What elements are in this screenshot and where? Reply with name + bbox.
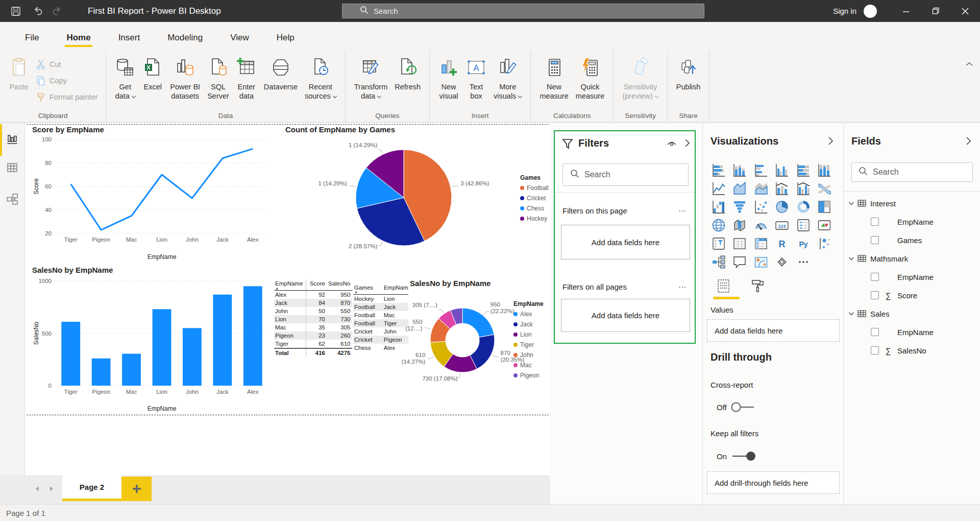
stacked-area-chart-icon[interactable]	[750, 179, 771, 198]
undo-icon[interactable]	[29, 0, 46, 22]
fields-table-interest[interactable]: Interest	[844, 194, 980, 212]
transform-data-button[interactable]: Transformdata	[351, 54, 391, 102]
field-mathsmark-score[interactable]: ∑Score	[844, 286, 980, 304]
data-view-icon[interactable]	[6, 161, 20, 175]
menu-item-modeling[interactable]: Modeling	[154, 33, 216, 51]
enter-data-button[interactable]: Enterdata	[233, 54, 260, 102]
line-chart-visual[interactable]: Score by EmpName20406080100TigerPigeonMa…	[32, 125, 272, 262]
sql-server-button[interactable]: SQLServer	[204, 54, 233, 102]
gauge-icon[interactable]	[750, 216, 771, 234]
keep-all-filters-toggle[interactable]: On	[717, 450, 757, 462]
area-chart-icon[interactable]	[729, 179, 750, 198]
close-button[interactable]	[950, 0, 980, 22]
minimize-button[interactable]	[891, 0, 921, 22]
table-icon[interactable]	[729, 234, 750, 253]
kpi-icon[interactable]	[814, 216, 835, 234]
pbi-datasets-button[interactable]: Power BIdatasets	[166, 54, 204, 102]
sign-in-link[interactable]: Sign in	[833, 7, 856, 15]
get-data-button[interactable]: Getdata	[111, 54, 139, 102]
save-icon[interactable]	[7, 0, 24, 22]
stacked-bar-chart-icon[interactable]	[708, 161, 729, 179]
treemap-icon[interactable]	[814, 198, 835, 216]
redo-icon[interactable]	[49, 0, 66, 22]
filters-page-more-options[interactable]: ...	[678, 204, 687, 213]
donut-chart-icon[interactable]	[793, 198, 814, 216]
games-table-visual[interactable]: Games▼EmpNameHockeyLionFootballJackFootb…	[353, 284, 413, 384]
new-page-button[interactable]	[121, 477, 152, 501]
field-checkbox[interactable]	[871, 218, 879, 226]
tab-fields[interactable]	[716, 278, 733, 294]
fields-search-input[interactable]	[873, 168, 960, 177]
scatter-chart-icon[interactable]	[750, 198, 771, 216]
card-icon[interactable]: 123	[772, 216, 793, 234]
score-table-visual[interactable]: EmpName▲ScoreSalesNoAlex92950Jack84870Jo…	[274, 280, 353, 375]
azure-map-icon[interactable]	[750, 253, 771, 271]
power-apps-visual-icon[interactable]	[772, 253, 793, 271]
hundred-stacked-bar-chart-icon[interactable]	[793, 161, 814, 179]
collapse-visualizations-chevron-icon[interactable]	[827, 136, 834, 148]
field-mathsmark-empname[interactable]: EmpName	[844, 268, 980, 286]
report-canvas[interactable]: Score by EmpName20406080100TigerPigeonMa…	[25, 123, 550, 475]
menu-item-file[interactable]: File	[11, 33, 53, 51]
field-checkbox[interactable]	[871, 291, 879, 299]
filters-search-input[interactable]	[584, 170, 671, 179]
waterfall-chart-icon[interactable]	[708, 198, 729, 216]
cut-button[interactable]: Cut	[33, 56, 101, 73]
clustered-bar-chart-icon[interactable]	[750, 161, 771, 179]
all-pages-filters-drop-zone[interactable]: Add data fields here	[561, 299, 690, 332]
slicer-icon[interactable]	[708, 234, 729, 253]
filled-map-icon[interactable]	[729, 216, 750, 234]
collapse-filters-chevron-icon[interactable]	[683, 138, 691, 150]
bar-chart-visual[interactable]: SalesNo by EmpName05001000TigerPigeonMac…	[32, 266, 272, 415]
refresh-button[interactable]: Refresh	[391, 54, 424, 92]
menu-item-home[interactable]: Home	[53, 33, 104, 51]
fields-table-sales[interactable]: Sales	[844, 304, 980, 323]
new-visual-button[interactable]: Newvisual	[435, 54, 462, 102]
page-filters-drop-zone[interactable]: Add data fields here	[561, 225, 690, 259]
r-script-visual-icon[interactable]: R	[772, 234, 793, 253]
multi-row-card-icon[interactable]	[793, 216, 814, 234]
global-search-box[interactable]	[342, 4, 704, 18]
line-and-clustered-column-chart-icon[interactable]	[793, 179, 814, 198]
model-view-icon[interactable]	[6, 193, 20, 207]
menu-item-insert[interactable]: Insert	[105, 33, 154, 51]
sensitivity-button[interactable]: Sensitivity(preview)	[619, 54, 662, 102]
pie-chart-visual[interactable]: Count of EmpName by Games3 (42.86%)2 (28…	[275, 125, 551, 262]
eye-icon[interactable]	[666, 139, 677, 150]
map-icon[interactable]	[708, 216, 729, 234]
restore-button[interactable]	[921, 0, 950, 22]
paste-button[interactable]: Paste	[5, 54, 33, 92]
menu-item-help[interactable]: Help	[263, 33, 308, 51]
search-input[interactable]	[374, 7, 690, 15]
report-view-icon[interactable]	[6, 133, 20, 147]
copy-button[interactable]: Copy	[33, 73, 101, 89]
field-checkbox[interactable]	[871, 273, 879, 281]
quick-measure-button[interactable]: Quickmeasure	[572, 54, 608, 102]
dataverse-button[interactable]: Dataverse	[260, 54, 301, 92]
previous-page-arrow-icon[interactable]	[32, 481, 43, 496]
field-interest-games[interactable]: Games	[844, 231, 980, 249]
tab-format[interactable]	[750, 278, 767, 294]
menu-item-view[interactable]: View	[216, 33, 263, 51]
field-checkbox[interactable]	[871, 236, 879, 244]
hundred-stacked-column-chart-icon[interactable]	[814, 161, 835, 179]
collapse-ribbon-icon[interactable]	[965, 60, 976, 69]
format-painter-button[interactable]: Format painter	[33, 89, 101, 105]
field-sales-salesno[interactable]: ∑SalesNo	[844, 341, 980, 360]
clustered-column-chart-icon[interactable]	[772, 161, 793, 179]
more-visuals-ellipsis-icon[interactable]	[793, 253, 814, 271]
python-visual-icon[interactable]: Py	[793, 234, 814, 253]
donut-chart-visual[interactable]: SalesNo by EmpName950(22.22%)870(20.35%)…	[408, 279, 550, 392]
ribbon-chart-icon[interactable]	[814, 179, 835, 198]
line-chart-icon[interactable]	[708, 179, 729, 198]
fields-table-mathsmark[interactable]: Mathsmark	[844, 249, 980, 268]
stacked-column-chart-icon[interactable]	[729, 161, 750, 179]
filters-search-box[interactable]	[562, 163, 689, 186]
new-measure-button[interactable]: Newmeasure	[536, 54, 572, 102]
next-page-arrow-icon[interactable]	[46, 481, 57, 496]
decomposition-tree-icon[interactable]	[708, 253, 729, 271]
key-influencers-icon[interactable]	[814, 234, 835, 253]
values-drop-zone[interactable]: Add data fields here	[707, 319, 840, 342]
field-checkbox[interactable]	[871, 328, 879, 336]
field-sales-empname[interactable]: EmpName	[844, 323, 980, 341]
